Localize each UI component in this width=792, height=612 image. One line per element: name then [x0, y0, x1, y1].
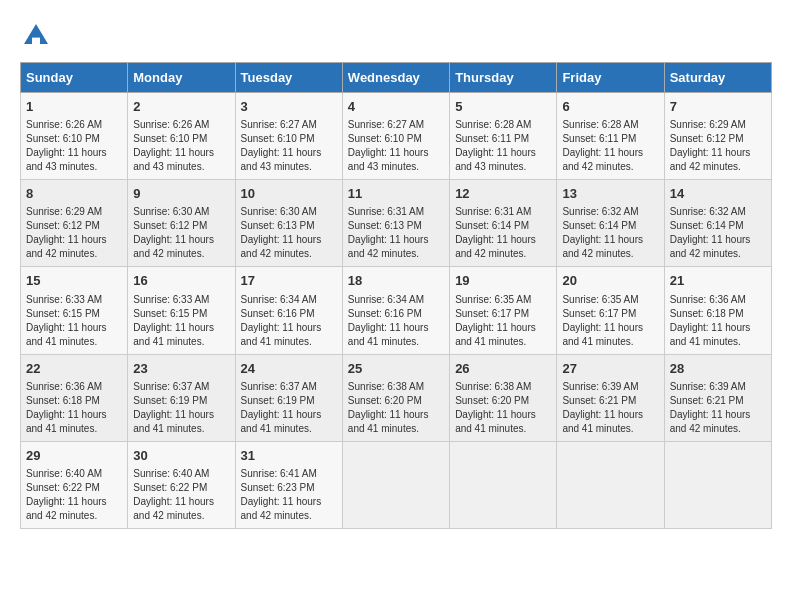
day-number: 8	[26, 185, 122, 203]
column-header-monday: Monday	[128, 63, 235, 93]
day-info: Sunrise: 6:34 AM Sunset: 6:16 PM Dayligh…	[348, 293, 444, 349]
day-number: 28	[670, 360, 766, 378]
day-number: 24	[241, 360, 337, 378]
column-header-friday: Friday	[557, 63, 664, 93]
day-number: 12	[455, 185, 551, 203]
calendar-cell: 14Sunrise: 6:32 AM Sunset: 6:14 PM Dayli…	[664, 180, 771, 267]
day-info: Sunrise: 6:26 AM Sunset: 6:10 PM Dayligh…	[133, 118, 229, 174]
day-number: 25	[348, 360, 444, 378]
calendar-cell: 27Sunrise: 6:39 AM Sunset: 6:21 PM Dayli…	[557, 354, 664, 441]
column-header-wednesday: Wednesday	[342, 63, 449, 93]
calendar-cell: 30Sunrise: 6:40 AM Sunset: 6:22 PM Dayli…	[128, 441, 235, 528]
calendar-cell: 1Sunrise: 6:26 AM Sunset: 6:10 PM Daylig…	[21, 93, 128, 180]
day-number: 29	[26, 447, 122, 465]
day-number: 4	[348, 98, 444, 116]
day-info: Sunrise: 6:31 AM Sunset: 6:14 PM Dayligh…	[455, 205, 551, 261]
day-number: 27	[562, 360, 658, 378]
day-info: Sunrise: 6:30 AM Sunset: 6:12 PM Dayligh…	[133, 205, 229, 261]
day-number: 19	[455, 272, 551, 290]
day-info: Sunrise: 6:35 AM Sunset: 6:17 PM Dayligh…	[562, 293, 658, 349]
day-number: 17	[241, 272, 337, 290]
day-info: Sunrise: 6:27 AM Sunset: 6:10 PM Dayligh…	[241, 118, 337, 174]
column-header-sunday: Sunday	[21, 63, 128, 93]
day-info: Sunrise: 6:38 AM Sunset: 6:20 PM Dayligh…	[455, 380, 551, 436]
logo-icon	[20, 20, 52, 52]
svg-rect-2	[32, 38, 40, 44]
day-number: 10	[241, 185, 337, 203]
calendar-cell: 17Sunrise: 6:34 AM Sunset: 6:16 PM Dayli…	[235, 267, 342, 354]
day-number: 15	[26, 272, 122, 290]
day-info: Sunrise: 6:36 AM Sunset: 6:18 PM Dayligh…	[670, 293, 766, 349]
day-info: Sunrise: 6:37 AM Sunset: 6:19 PM Dayligh…	[241, 380, 337, 436]
calendar-cell: 12Sunrise: 6:31 AM Sunset: 6:14 PM Dayli…	[450, 180, 557, 267]
calendar-cell: 24Sunrise: 6:37 AM Sunset: 6:19 PM Dayli…	[235, 354, 342, 441]
day-info: Sunrise: 6:33 AM Sunset: 6:15 PM Dayligh…	[133, 293, 229, 349]
day-info: Sunrise: 6:32 AM Sunset: 6:14 PM Dayligh…	[670, 205, 766, 261]
calendar-header: SundayMondayTuesdayWednesdayThursdayFrid…	[21, 63, 772, 93]
day-info: Sunrise: 6:39 AM Sunset: 6:21 PM Dayligh…	[562, 380, 658, 436]
header-row: SundayMondayTuesdayWednesdayThursdayFrid…	[21, 63, 772, 93]
day-info: Sunrise: 6:27 AM Sunset: 6:10 PM Dayligh…	[348, 118, 444, 174]
day-info: Sunrise: 6:40 AM Sunset: 6:22 PM Dayligh…	[26, 467, 122, 523]
calendar-body: 1Sunrise: 6:26 AM Sunset: 6:10 PM Daylig…	[21, 93, 772, 529]
day-info: Sunrise: 6:41 AM Sunset: 6:23 PM Dayligh…	[241, 467, 337, 523]
day-number: 7	[670, 98, 766, 116]
day-number: 3	[241, 98, 337, 116]
calendar-cell: 9Sunrise: 6:30 AM Sunset: 6:12 PM Daylig…	[128, 180, 235, 267]
calendar-cell: 13Sunrise: 6:32 AM Sunset: 6:14 PM Dayli…	[557, 180, 664, 267]
day-info: Sunrise: 6:33 AM Sunset: 6:15 PM Dayligh…	[26, 293, 122, 349]
day-number: 1	[26, 98, 122, 116]
calendar-cell: 29Sunrise: 6:40 AM Sunset: 6:22 PM Dayli…	[21, 441, 128, 528]
calendar-cell: 3Sunrise: 6:27 AM Sunset: 6:10 PM Daylig…	[235, 93, 342, 180]
calendar-cell: 7Sunrise: 6:29 AM Sunset: 6:12 PM Daylig…	[664, 93, 771, 180]
calendar-cell	[450, 441, 557, 528]
header	[20, 20, 772, 52]
calendar-cell: 10Sunrise: 6:30 AM Sunset: 6:13 PM Dayli…	[235, 180, 342, 267]
day-number: 16	[133, 272, 229, 290]
calendar-cell: 2Sunrise: 6:26 AM Sunset: 6:10 PM Daylig…	[128, 93, 235, 180]
calendar-cell: 18Sunrise: 6:34 AM Sunset: 6:16 PM Dayli…	[342, 267, 449, 354]
day-info: Sunrise: 6:30 AM Sunset: 6:13 PM Dayligh…	[241, 205, 337, 261]
day-info: Sunrise: 6:35 AM Sunset: 6:17 PM Dayligh…	[455, 293, 551, 349]
column-header-saturday: Saturday	[664, 63, 771, 93]
day-number: 26	[455, 360, 551, 378]
day-info: Sunrise: 6:39 AM Sunset: 6:21 PM Dayligh…	[670, 380, 766, 436]
day-info: Sunrise: 6:40 AM Sunset: 6:22 PM Dayligh…	[133, 467, 229, 523]
calendar-cell: 25Sunrise: 6:38 AM Sunset: 6:20 PM Dayli…	[342, 354, 449, 441]
day-info: Sunrise: 6:28 AM Sunset: 6:11 PM Dayligh…	[455, 118, 551, 174]
day-number: 22	[26, 360, 122, 378]
calendar-week-1: 1Sunrise: 6:26 AM Sunset: 6:10 PM Daylig…	[21, 93, 772, 180]
calendar-cell: 28Sunrise: 6:39 AM Sunset: 6:21 PM Dayli…	[664, 354, 771, 441]
day-info: Sunrise: 6:29 AM Sunset: 6:12 PM Dayligh…	[26, 205, 122, 261]
calendar-cell: 19Sunrise: 6:35 AM Sunset: 6:17 PM Dayli…	[450, 267, 557, 354]
calendar-week-2: 8Sunrise: 6:29 AM Sunset: 6:12 PM Daylig…	[21, 180, 772, 267]
day-number: 9	[133, 185, 229, 203]
logo	[20, 20, 58, 52]
calendar-cell: 21Sunrise: 6:36 AM Sunset: 6:18 PM Dayli…	[664, 267, 771, 354]
calendar-cell: 8Sunrise: 6:29 AM Sunset: 6:12 PM Daylig…	[21, 180, 128, 267]
day-info: Sunrise: 6:29 AM Sunset: 6:12 PM Dayligh…	[670, 118, 766, 174]
calendar-week-4: 22Sunrise: 6:36 AM Sunset: 6:18 PM Dayli…	[21, 354, 772, 441]
calendar-cell: 15Sunrise: 6:33 AM Sunset: 6:15 PM Dayli…	[21, 267, 128, 354]
day-number: 31	[241, 447, 337, 465]
column-header-tuesday: Tuesday	[235, 63, 342, 93]
day-number: 18	[348, 272, 444, 290]
day-number: 21	[670, 272, 766, 290]
day-number: 23	[133, 360, 229, 378]
column-header-thursday: Thursday	[450, 63, 557, 93]
calendar-cell: 16Sunrise: 6:33 AM Sunset: 6:15 PM Dayli…	[128, 267, 235, 354]
day-number: 30	[133, 447, 229, 465]
day-number: 2	[133, 98, 229, 116]
day-number: 5	[455, 98, 551, 116]
calendar-cell: 20Sunrise: 6:35 AM Sunset: 6:17 PM Dayli…	[557, 267, 664, 354]
calendar-cell	[664, 441, 771, 528]
calendar-cell	[342, 441, 449, 528]
day-number: 20	[562, 272, 658, 290]
day-info: Sunrise: 6:37 AM Sunset: 6:19 PM Dayligh…	[133, 380, 229, 436]
calendar-cell: 22Sunrise: 6:36 AM Sunset: 6:18 PM Dayli…	[21, 354, 128, 441]
calendar-week-3: 15Sunrise: 6:33 AM Sunset: 6:15 PM Dayli…	[21, 267, 772, 354]
day-info: Sunrise: 6:38 AM Sunset: 6:20 PM Dayligh…	[348, 380, 444, 436]
day-number: 14	[670, 185, 766, 203]
day-number: 6	[562, 98, 658, 116]
calendar-cell: 11Sunrise: 6:31 AM Sunset: 6:13 PM Dayli…	[342, 180, 449, 267]
